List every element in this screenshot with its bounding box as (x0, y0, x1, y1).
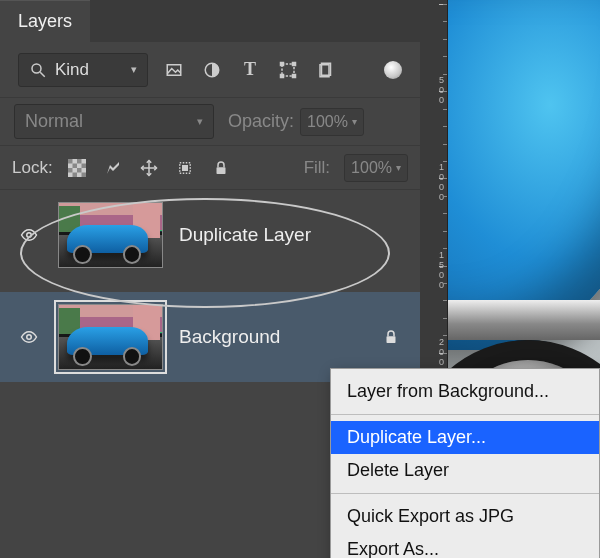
menu-item[interactable]: Layer from Background... (331, 375, 599, 408)
chevron-down-icon: ▾ (131, 63, 137, 76)
filter-kind-dropdown[interactable]: Kind ▾ (18, 53, 148, 87)
search-icon (29, 61, 47, 79)
layer-thumbnail[interactable] (58, 202, 163, 268)
ruler-minor-tick (443, 283, 447, 284)
ruler-minor-tick (443, 318, 447, 319)
svg-point-0 (32, 64, 41, 73)
svg-point-23 (27, 233, 32, 238)
adjustment-icon[interactable] (202, 60, 222, 80)
ruler-minor-tick (443, 213, 447, 214)
lock-position-icon[interactable] (139, 158, 159, 178)
menu-item[interactable]: Duplicate Layer... (331, 421, 599, 454)
lock-icon[interactable] (382, 328, 400, 346)
ruler-minor-tick (443, 161, 447, 162)
layer-filter-row: Kind ▾ T (0, 42, 420, 98)
layer-thumbnail[interactable] (58, 304, 163, 370)
svg-rect-16 (68, 168, 73, 173)
menu-item[interactable]: Quick Export as JPG (331, 500, 599, 533)
ruler-minor-tick (443, 74, 447, 75)
ruler-minor-tick (443, 248, 447, 249)
svg-rect-8 (293, 74, 296, 77)
svg-rect-25 (387, 336, 396, 343)
ruler-minor-tick (443, 144, 447, 145)
ruler-minor-tick (443, 56, 447, 57)
svg-rect-6 (293, 62, 296, 65)
menu-separator (331, 493, 599, 494)
svg-rect-19 (81, 172, 86, 177)
svg-line-1 (40, 72, 45, 77)
lock-icon-group (67, 158, 231, 178)
shape-icon[interactable] (278, 60, 298, 80)
car-trim (448, 300, 600, 340)
lock-label: Lock: (12, 158, 53, 178)
svg-rect-21 (182, 165, 187, 170)
ruler-tick-label: 500 (424, 75, 444, 105)
blend-mode-value: Normal (25, 111, 83, 132)
ruler-minor-tick (443, 300, 447, 301)
image-icon[interactable] (164, 60, 184, 80)
car-body (448, 0, 600, 350)
ruler-minor-tick (443, 266, 447, 267)
svg-rect-7 (281, 74, 284, 77)
menu-separator (331, 414, 599, 415)
type-icon[interactable]: T (240, 60, 260, 80)
ruler-minor-tick (443, 335, 447, 336)
blend-mode-dropdown[interactable]: Normal ▾ (14, 104, 214, 139)
smartobject-icon[interactable] (316, 60, 336, 80)
svg-rect-5 (281, 62, 284, 65)
ruler-minor-tick (443, 91, 447, 92)
ruler-minor-tick (443, 353, 447, 354)
ruler-minor-tick (443, 4, 447, 5)
svg-rect-14 (72, 163, 77, 168)
lock-transparency-icon[interactable] (67, 158, 87, 178)
fill-value: 100% (351, 159, 392, 177)
chevron-down-icon: ▾ (197, 115, 203, 128)
lock-pixels-icon[interactable] (103, 158, 123, 178)
svg-rect-17 (77, 168, 82, 173)
visibility-toggle[interactable] (16, 328, 42, 346)
layer-name[interactable]: Duplicate Layer (179, 224, 311, 246)
blend-opacity-row: Normal ▾ Opacity: 100% ▾ (0, 98, 420, 146)
svg-rect-15 (81, 163, 86, 168)
ruler-minor-tick (443, 231, 447, 232)
layers-list: Duplicate LayerBackground (0, 190, 420, 382)
filter-toggle[interactable] (384, 61, 402, 79)
panel-tab-bar: Layers (0, 0, 420, 42)
lock-fill-row: Lock: Fill: 100% ▾ (0, 146, 420, 190)
menu-item[interactable]: Delete Layer (331, 454, 599, 487)
ruler-minor-tick (443, 109, 447, 110)
opacity-label: Opacity: (228, 111, 294, 132)
lock-artboard-icon[interactable] (175, 158, 195, 178)
svg-rect-18 (72, 172, 77, 177)
ruler-minor-tick (443, 126, 447, 127)
chevron-down-icon: ▾ (352, 116, 357, 127)
svg-rect-13 (77, 159, 82, 164)
opacity-value-box[interactable]: 100% ▾ (300, 108, 364, 136)
layer-context-menu: Layer from Background...Duplicate Layer.… (330, 368, 600, 558)
eye-icon (20, 328, 38, 346)
ruler-tick-label: 1500 (424, 250, 444, 290)
filter-kind-label: Kind (55, 60, 89, 80)
svg-rect-22 (216, 167, 225, 174)
visibility-toggle[interactable] (16, 226, 42, 244)
lock-all-icon[interactable] (211, 158, 231, 178)
ruler-minor-tick (443, 39, 447, 40)
layer-row[interactable]: Duplicate Layer (0, 190, 420, 280)
filter-type-icons: T (164, 60, 336, 80)
ruler-minor-tick (443, 196, 447, 197)
fill-label: Fill: (304, 158, 330, 178)
fill-value-box[interactable]: 100% ▾ (344, 154, 408, 182)
menu-item[interactable]: Export As... (331, 533, 599, 558)
ruler-tick-label: 1000 (424, 162, 444, 202)
svg-point-24 (27, 335, 32, 340)
chevron-down-icon: ▾ (396, 162, 401, 173)
opacity-value: 100% (307, 113, 348, 131)
tab-layers[interactable]: Layers (0, 0, 90, 42)
eye-icon (20, 226, 38, 244)
svg-rect-12 (68, 159, 73, 164)
layer-name[interactable]: Background (179, 326, 280, 348)
ruler-minor-tick (443, 178, 447, 179)
ruler-minor-tick (443, 21, 447, 22)
